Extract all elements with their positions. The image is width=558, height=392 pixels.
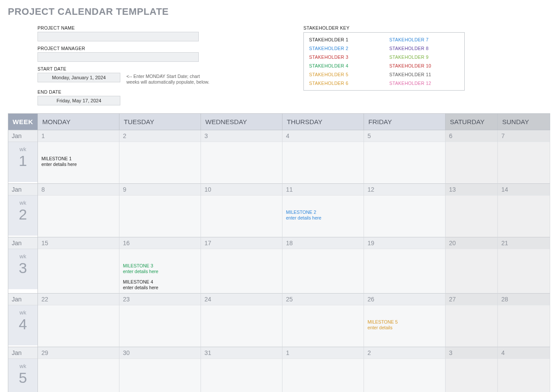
week-header: WEEK bbox=[8, 114, 38, 130]
week-number: 4 bbox=[19, 316, 27, 332]
week-number: 3 bbox=[19, 260, 27, 276]
day-cell[interactable]: 6 bbox=[446, 130, 498, 184]
day-cell[interactable]: 19 bbox=[364, 237, 446, 294]
day-cell[interactable]: 28 bbox=[498, 294, 550, 347]
milestone-title: MILESTONE 2 bbox=[286, 210, 360, 215]
day-cell[interactable]: 25 bbox=[282, 294, 364, 347]
day-date: 3 bbox=[446, 347, 497, 359]
day-date: 27 bbox=[446, 294, 497, 305]
day-date: 22 bbox=[38, 294, 119, 305]
day-date: 2 bbox=[364, 347, 445, 359]
day-cell[interactable]: 16MILESTONE 3enter details hereMILESTONE… bbox=[119, 237, 201, 294]
day-date: 24 bbox=[201, 294, 282, 305]
start-date-input[interactable] bbox=[37, 73, 120, 82]
day-cell[interactable]: 26MILESTONE 5enter details bbox=[364, 294, 446, 347]
day-cell[interactable]: 4 bbox=[498, 347, 550, 392]
day-cell[interactable]: 18 bbox=[282, 237, 364, 294]
project-name-input[interactable] bbox=[37, 32, 199, 41]
week-month-label: Jan bbox=[8, 184, 37, 196]
day-date: 29 bbox=[38, 347, 119, 359]
wk-label: wk bbox=[8, 253, 37, 260]
day-cell[interactable]: 15 bbox=[38, 237, 119, 294]
day-date: 4 bbox=[282, 130, 364, 142]
day-cell[interactable]: 31 bbox=[201, 347, 282, 392]
end-date-input[interactable] bbox=[37, 96, 120, 105]
day-date: 12 bbox=[364, 184, 445, 196]
day-date: 13 bbox=[446, 184, 497, 196]
day-date: 15 bbox=[38, 237, 119, 249]
milestone-detail: enter details here bbox=[41, 162, 116, 167]
day-date: 14 bbox=[498, 184, 550, 196]
stakeholder-item: STAKEHOLDER 2 bbox=[304, 44, 384, 53]
week-cell: Janwk2 bbox=[8, 184, 38, 237]
day-date: 20 bbox=[446, 237, 497, 249]
day-date: 11 bbox=[282, 184, 364, 196]
stakeholder-key-grid: STAKEHOLDER 1STAKEHOLDER 7STAKEHOLDER 2S… bbox=[303, 32, 465, 91]
day-cell[interactable]: 9 bbox=[119, 184, 201, 237]
milestone[interactable]: MILESTONE 3enter details here bbox=[123, 263, 197, 274]
day-header: THURSDAY bbox=[282, 114, 364, 130]
day-cell[interactable]: 2 bbox=[119, 130, 201, 184]
project-manager-input[interactable] bbox=[37, 52, 199, 62]
day-cell[interactable]: 8 bbox=[38, 184, 119, 237]
day-date: 23 bbox=[119, 294, 201, 305]
stakeholder-item: STAKEHOLDER 9 bbox=[384, 53, 464, 61]
week-cell: Janwk1 bbox=[8, 130, 38, 184]
day-cell[interactable]: 1 bbox=[282, 347, 364, 392]
week-number: 1 bbox=[19, 152, 27, 169]
day-cell[interactable]: 11MILESTONE 2enter details here bbox=[282, 184, 364, 237]
stakeholder-item: STAKEHOLDER 10 bbox=[384, 61, 464, 70]
week-month-label: Jan bbox=[8, 130, 37, 142]
day-date: 4 bbox=[498, 347, 550, 359]
day-date: 26 bbox=[364, 294, 445, 305]
day-date: 16 bbox=[119, 237, 201, 249]
day-date: 1 bbox=[38, 130, 119, 142]
day-cell[interactable]: 21 bbox=[498, 237, 550, 294]
week-month-label: Jan bbox=[8, 237, 37, 249]
wk-label: wk bbox=[8, 363, 37, 369]
day-cell[interactable]: 27 bbox=[446, 294, 498, 347]
milestone[interactable]: MILESTONE 2enter details here bbox=[286, 210, 360, 221]
day-cell[interactable]: 7 bbox=[498, 130, 550, 184]
wk-label: wk bbox=[8, 200, 37, 206]
day-cell[interactable]: 3 bbox=[201, 130, 282, 184]
week-month-label: Jan bbox=[8, 294, 37, 305]
day-cell[interactable]: 2 bbox=[364, 347, 446, 392]
day-date: 6 bbox=[446, 130, 497, 142]
day-cell[interactable]: 3 bbox=[446, 347, 498, 392]
day-cell[interactable]: 14 bbox=[498, 184, 550, 237]
day-cell[interactable]: 17 bbox=[201, 237, 282, 294]
day-cell[interactable]: 23 bbox=[119, 294, 201, 347]
milestone-title: MILESTONE 5 bbox=[367, 319, 442, 325]
stakeholder-item: STAKEHOLDER 12 bbox=[384, 79, 464, 88]
day-header: MONDAY bbox=[38, 114, 119, 130]
day-cell[interactable]: 4 bbox=[282, 130, 364, 184]
milestone[interactable]: MILESTONE 1enter details here bbox=[41, 156, 116, 167]
day-cell[interactable]: 30 bbox=[119, 347, 201, 392]
milestone[interactable]: MILESTONE 5enter details bbox=[367, 319, 442, 331]
day-cell[interactable]: 24 bbox=[201, 294, 282, 347]
week-cell: Janwk5 bbox=[8, 347, 38, 392]
day-cell[interactable]: 22 bbox=[38, 294, 119, 347]
project-manager-label: PROJECT MANAGER bbox=[37, 46, 242, 51]
day-date: 7 bbox=[498, 130, 550, 142]
milestone-detail: enter details here bbox=[123, 285, 197, 291]
milestone-title: MILESTONE 3 bbox=[123, 263, 197, 269]
day-date: 18 bbox=[282, 237, 364, 249]
milestone-detail: enter details here bbox=[123, 269, 197, 274]
calendar-grid: WEEKMONDAYTUESDAYWEDNESDAYTHURSDAYFRIDAY… bbox=[8, 113, 550, 392]
day-header: FRIDAY bbox=[364, 114, 446, 130]
day-cell[interactable]: 5 bbox=[364, 130, 446, 184]
day-cell[interactable]: 13 bbox=[446, 184, 498, 237]
day-cell[interactable]: 10 bbox=[201, 184, 282, 237]
stakeholder-item: STAKEHOLDER 8 bbox=[384, 44, 464, 53]
day-cell[interactable]: 1MILESTONE 1enter details here bbox=[38, 130, 119, 184]
milestone[interactable]: MILESTONE 4enter details here bbox=[123, 279, 197, 291]
day-header: SUNDAY bbox=[498, 114, 550, 130]
day-cell[interactable]: 20 bbox=[446, 237, 498, 294]
day-date: 9 bbox=[119, 184, 201, 196]
day-cell[interactable]: 12 bbox=[364, 184, 446, 237]
day-cell[interactable]: 29 bbox=[38, 347, 119, 392]
stakeholder-key-label: STAKEHOLDER KEY bbox=[303, 25, 465, 30]
day-date: 1 bbox=[282, 347, 364, 359]
